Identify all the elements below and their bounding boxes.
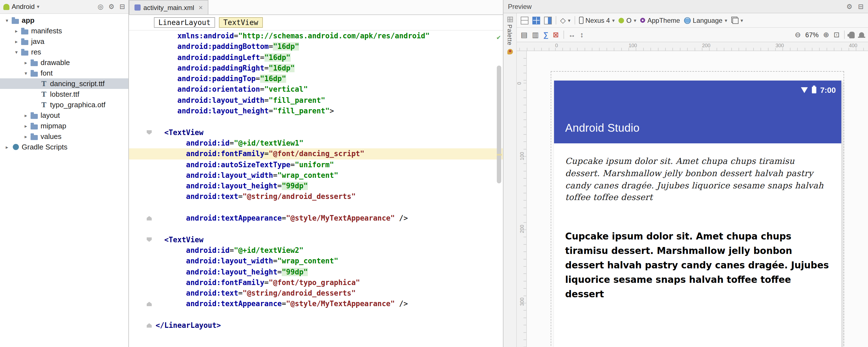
show-design-icon[interactable] (521, 17, 528, 24)
expand-horizontal-icon[interactable]: ↔ (568, 31, 576, 38)
code-line[interactable]: android:textAppearance="@style/MyTextApp… (129, 213, 503, 224)
fold-marker-icon[interactable] (147, 238, 152, 242)
ruler-label: 400 (849, 43, 858, 48)
tree-item-mipmap[interactable]: ▸mipmap (0, 121, 128, 131)
surface-selector[interactable]: ◇ ▾ (560, 17, 570, 24)
chevron-right-icon[interactable]: ▸ (22, 123, 29, 129)
tree-item-res[interactable]: ▾res (0, 47, 128, 57)
code-line[interactable]: android:text="@string/android_desserts" (129, 288, 503, 299)
language-selector[interactable]: Language ▾ (684, 17, 727, 24)
code-line[interactable]: android:layout_height="99dp" (129, 181, 503, 191)
chevron-down-icon[interactable]: ▾ (22, 70, 29, 76)
code-line[interactable]: android:layout_height="99dp" (129, 266, 503, 277)
palette-grid-icon (507, 17, 513, 22)
breadcrumb-linearlayout[interactable]: LinearLayout (154, 17, 215, 28)
chevron-right-icon[interactable]: ▸ (22, 134, 29, 139)
chevron-right-icon[interactable]: ▸ (3, 144, 10, 150)
ruler-label: 200 (519, 225, 525, 233)
textview2-typo-graphica[interactable]: Cupcake ipsum dolor sit. Amet chupa chup… (565, 229, 829, 302)
code-line[interactable]: <TextView (129, 234, 503, 245)
code-line[interactable] (129, 117, 503, 127)
inspection-status-icon[interactable]: ✔ (497, 32, 501, 43)
tree-item-values[interactable]: ▸values (0, 131, 128, 142)
tab-activity-main-xml[interactable]: activity_main.xml × (129, 0, 208, 14)
tree-item-manifests[interactable]: ▸manifests (0, 26, 128, 36)
code-line[interactable]: android:layout_height="fill_parent"> (129, 105, 503, 117)
device-screen[interactable]: 7:00 Android Studio Cupcake ipsum dolor … (554, 81, 841, 347)
code-line[interactable]: android:layout_width="wrap_content" (129, 170, 503, 181)
code-line[interactable]: android:id="@+id/textView2" (129, 245, 503, 256)
textview1-dancing-script[interactable]: Cupcake ipsum dolor sit. Amet chupa chup… (565, 156, 826, 204)
api-version-selector[interactable]: O ▾ (619, 17, 636, 24)
code-line[interactable]: android:text="@string/android_desserts" (129, 191, 503, 202)
tree-item-java[interactable]: ▸java (0, 36, 128, 47)
code-line[interactable]: android:paddingBottom="16dp" (129, 41, 503, 52)
tree-item-drawable[interactable]: ▸drawable (0, 57, 128, 68)
code-line[interactable] (129, 202, 503, 213)
code-line[interactable]: android:paddingRight="16dp" (129, 63, 503, 74)
chevron-down-icon[interactable]: ▾ (3, 18, 10, 23)
editor-scrollbar[interactable] (497, 66, 501, 183)
code-line[interactable]: xmlns:android="http://schemas.android.co… (129, 31, 503, 41)
fold-marker-icon[interactable] (147, 130, 152, 135)
chevron-right-icon[interactable]: ▸ (22, 113, 29, 118)
code-line[interactable]: android:orientation="vertical" (129, 84, 503, 95)
collapse-panel-icon[interactable]: ⊟ (858, 2, 864, 10)
project-view-selector[interactable]: Android ▾ (3, 3, 39, 10)
show-constraints-icon[interactable]: ▤ (521, 31, 528, 38)
chevron-right-icon[interactable]: ▸ (13, 28, 20, 34)
code-line[interactable]: android:paddingLeft="16dp" (129, 52, 503, 63)
clear-constraints-icon[interactable]: ⊠ (553, 31, 559, 38)
code-line[interactable] (129, 224, 503, 234)
chevron-right-icon[interactable]: ▸ (22, 60, 29, 65)
code-line[interactable]: android:layout_width="wrap_content" (129, 256, 503, 266)
show-blueprint-icon[interactable] (544, 17, 552, 24)
code-line[interactable]: android:layout_width="fill_parent" (129, 95, 503, 106)
device-selector[interactable]: Nexus 4 ▾ (579, 17, 615, 24)
zoom-in-button[interactable]: ⊕ (823, 31, 829, 38)
hide-panel-icon[interactable]: ⊟ (120, 3, 125, 10)
code-line[interactable]: android:fontFamily="@font/typo_graphica" (129, 277, 503, 288)
design-canvas[interactable]: 0100200300 7:00 Android Studio Cupcake i… (517, 51, 868, 347)
notifications-bell-icon[interactable] (859, 32, 864, 36)
expand-vertical-icon[interactable]: ↕ (580, 31, 584, 38)
tree-item-typo-graphica-otf[interactable]: Ttypo_graphica.otf (0, 99, 128, 110)
chevron-down-icon[interactable]: ▾ (13, 49, 20, 55)
grid-view-icon[interactable] (532, 17, 540, 24)
code-line[interactable]: android:id="@+id/textView1" (129, 138, 503, 149)
fold-marker-icon[interactable] (147, 216, 152, 220)
tab-palette[interactable]: Palette (506, 25, 513, 45)
phone-icon (579, 17, 583, 24)
code-line[interactable]: android:paddingTop="16dp" (129, 73, 503, 84)
tree-item-app[interactable]: ▾app (0, 15, 128, 26)
code-line[interactable]: android:fontFamily="@font/dancing_script… (129, 149, 503, 159)
code-token: "uniform" (295, 160, 334, 169)
zoom-out-button[interactable]: ⊖ (795, 31, 801, 38)
code-editor[interactable]: xmlns:android="http://schemas.android.co… (129, 31, 503, 347)
tree-item-layout[interactable]: ▸layout (0, 110, 128, 121)
theme-selector[interactable]: AppTheme (640, 17, 680, 24)
zoom-fit-button[interactable]: ⊡ (834, 31, 840, 38)
code-line[interactable]: android:autoSizeTextType="uniform" (129, 159, 503, 170)
fold-marker-icon[interactable] (147, 302, 152, 306)
battery-icon (812, 87, 816, 93)
code-line[interactable]: <TextView (129, 127, 503, 138)
infer-constraints-icon[interactable]: ∑ (543, 31, 549, 38)
code-line[interactable] (129, 309, 503, 320)
code-line[interactable]: android:textAppearance="@style/MyTextApp… (129, 299, 503, 310)
close-icon[interactable]: × (199, 3, 203, 12)
breadcrumb-textview[interactable]: TextView (219, 17, 262, 28)
locate-file-icon[interactable]: ◎ (97, 3, 103, 10)
autoconnect-icon[interactable]: ▥ (532, 31, 539, 38)
chevron-right-icon[interactable]: ▸ (13, 39, 20, 44)
code-line[interactable]: </LinearLayout> (129, 320, 503, 331)
tree-item-font[interactable]: ▾font (0, 68, 128, 78)
gear-icon[interactable]: ⚙ (108, 3, 115, 10)
gear-icon[interactable]: ⚙ (846, 2, 852, 10)
tree-item-gradle-scripts[interactable]: ▸Gradle Scripts (0, 142, 128, 152)
tree-item-lobster-ttf[interactable]: Tlobster.ttf (0, 89, 128, 99)
fold-marker-icon[interactable] (147, 323, 152, 327)
layout-variant-selector[interactable]: ▾ (731, 17, 743, 24)
pan-icon[interactable] (849, 31, 855, 38)
tree-item-dancing-script-ttf[interactable]: Tdancing_script.ttf (0, 78, 128, 89)
